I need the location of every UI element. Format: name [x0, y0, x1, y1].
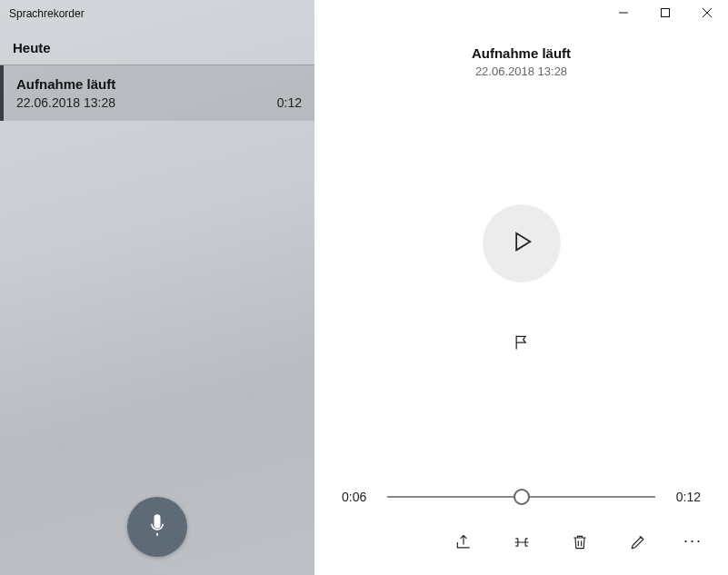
- window-controls: [603, 0, 728, 27]
- microphone-icon: [145, 512, 170, 541]
- scrubber-row: 0:06 0:12: [314, 488, 728, 506]
- close-icon: [703, 8, 712, 19]
- detail-title: Aufnahme läuft: [314, 45, 728, 61]
- trim-button[interactable]: [509, 531, 534, 557]
- app-root: Sprachrekorder Heute Aufnahme läuft 22.0…: [0, 0, 728, 575]
- trim-icon: [513, 533, 531, 555]
- more-button[interactable]: ···: [683, 531, 703, 557]
- app-title: Sprachrekorder: [0, 0, 314, 27]
- recording-list-item[interactable]: Aufnahme läuft 22.06.2018 13:28 0:12: [0, 65, 314, 121]
- pencil-icon: [629, 533, 647, 555]
- record-button[interactable]: [127, 497, 187, 557]
- recording-item-duration: 0:12: [277, 95, 302, 110]
- play-button[interactable]: [483, 204, 561, 283]
- rename-button[interactable]: [625, 531, 651, 557]
- action-row: ···: [314, 520, 728, 575]
- share-button[interactable]: [451, 531, 476, 557]
- detail-header: Aufnahme läuft 22.06.2018 13:28: [314, 45, 728, 78]
- flag-icon: [513, 333, 531, 355]
- recording-item-datetime: 22.06.2018 13:28: [16, 95, 115, 110]
- delete-button[interactable]: [567, 531, 593, 557]
- maximize-icon: [661, 8, 670, 19]
- more-icon: ···: [683, 531, 703, 550]
- detail-datetime: 22.06.2018 13:28: [314, 64, 728, 78]
- play-icon: [509, 229, 534, 258]
- total-time: 0:12: [668, 490, 701, 504]
- current-time: 0:06: [342, 490, 374, 504]
- section-header-today: Heute: [0, 27, 314, 65]
- main-panel: Aufnahme läuft 22.06.2018 13:28 0:06 0:1…: [314, 0, 728, 575]
- close-button[interactable]: [686, 0, 728, 27]
- minimize-button[interactable]: [603, 0, 644, 27]
- recording-item-title: Aufnahme läuft: [16, 76, 302, 92]
- trash-icon: [571, 533, 589, 555]
- scrubber-track[interactable]: [387, 488, 655, 506]
- share-icon: [454, 533, 473, 555]
- maximize-button[interactable]: [644, 0, 686, 27]
- svg-rect-1: [662, 9, 670, 17]
- play-area: [314, 78, 728, 488]
- minimize-icon: [619, 8, 628, 19]
- sidebar: Sprachrekorder Heute Aufnahme läuft 22.0…: [0, 0, 314, 575]
- scrubber-thumb[interactable]: [514, 489, 530, 505]
- add-marker-button[interactable]: [504, 326, 540, 362]
- svg-marker-4: [516, 233, 530, 250]
